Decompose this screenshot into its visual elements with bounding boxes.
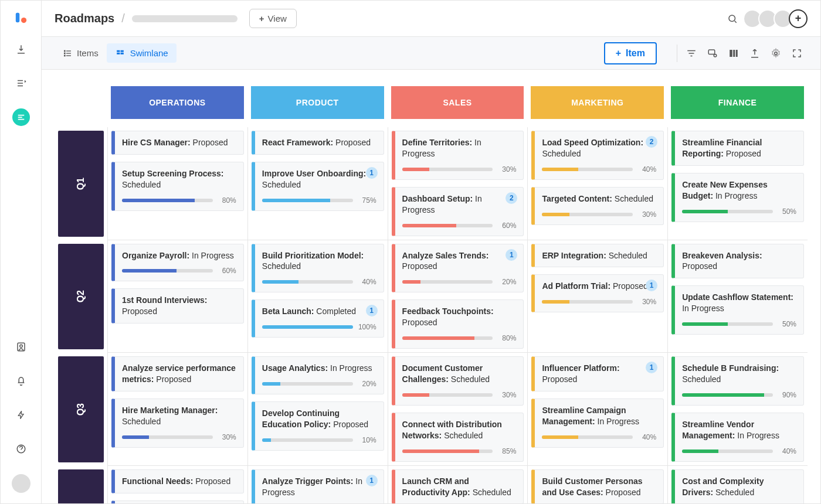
svg-point-21 xyxy=(775,52,778,55)
roadmap-icon[interactable] xyxy=(12,108,30,126)
progress-percent: 40% xyxy=(637,433,656,441)
card[interactable]: Organize Payroll: In Progress60% xyxy=(111,244,244,282)
card[interactable]: Usage Analytics: In Progress20% xyxy=(252,356,384,394)
help-icon[interactable] xyxy=(12,440,30,458)
swimlane-cell: Document Customer Challenges: Scheduled3… xyxy=(388,353,528,466)
tab-items[interactable]: Items xyxy=(55,43,107,63)
add-user-button[interactable]: + xyxy=(789,9,808,28)
svg-rect-20 xyxy=(736,50,738,57)
card[interactable]: Functional Needs: Proposed xyxy=(111,469,244,493)
svg-rect-13 xyxy=(120,50,123,52)
bolt-icon[interactable] xyxy=(12,406,30,424)
card[interactable]: Develop Continuing Education Policy: Pro… xyxy=(252,401,384,451)
roadmap-name-placeholder[interactable] xyxy=(132,15,238,22)
bell-icon[interactable] xyxy=(12,372,30,390)
card[interactable]: Build Prioritization Model: Scheduled40% xyxy=(252,244,384,293)
card[interactable]: Improve User Onboarding: Scheduled175% xyxy=(252,162,384,211)
progress-percent: 20% xyxy=(358,380,376,388)
progress-bar xyxy=(542,168,633,171)
progress-row: 40% xyxy=(262,278,376,286)
column-header-fin[interactable]: FINANCE xyxy=(671,86,804,119)
progress-row: 30% xyxy=(542,210,656,219)
card-title: Breakeven Analysis: Proposed xyxy=(682,250,796,273)
card[interactable]: Analyze Sales Trends: Proposed120% xyxy=(392,244,524,293)
search-icon[interactable] xyxy=(723,9,742,28)
card-title: Analyze Trigger Points: In Progress xyxy=(262,476,376,498)
column-header-sales[interactable]: SALES xyxy=(391,86,524,119)
row-header[interactable]: Q2 xyxy=(58,244,104,350)
card[interactable]: Update Cashflow Statement: In Progress50… xyxy=(671,285,804,335)
card[interactable]: Analyze service performance metrics: Pro… xyxy=(111,356,244,391)
card[interactable]: Setup Screening Process: Scheduled80% xyxy=(111,162,244,211)
swimlane-cell: Hire CS Manager: ProposedSetup Screening… xyxy=(107,127,247,240)
card[interactable]: Document Customer Challenges: Scheduled3… xyxy=(392,356,524,406)
swimlane-cell: Build Customer Personas and Use Cases: P… xyxy=(527,466,667,503)
swimlane-cell: Usage Analytics: In Progress20%Develop C… xyxy=(247,353,388,466)
column-header-prod[interactable]: PRODUCT xyxy=(251,86,384,119)
progress-percent: 75% xyxy=(358,196,376,205)
progress-percent: 100% xyxy=(358,323,376,331)
progress-percent: 60% xyxy=(497,222,516,230)
card[interactable]: Analyze Trigger Points: In Progress150% xyxy=(252,469,384,503)
column-header-ops[interactable]: OPERATIONS xyxy=(111,86,244,119)
card[interactable]: Ad Platform Trial: Proposed130% xyxy=(531,274,664,312)
progress-bar xyxy=(262,280,353,284)
link-icon[interactable] xyxy=(702,43,723,64)
column-header-mkt[interactable]: MARKETING xyxy=(531,86,664,119)
card[interactable]: Hire CS Manager: Proposed xyxy=(111,131,244,155)
card[interactable]: React Framework: Proposed xyxy=(252,131,384,155)
filter-icon[interactable] xyxy=(681,43,702,64)
fullscreen-icon[interactable] xyxy=(786,43,808,64)
card[interactable]: Feedback Touchpoints: Proposed80% xyxy=(392,299,524,349)
card-title: Define Territories: In Progress xyxy=(402,137,517,159)
card[interactable]: Hire Marketing Manager: Scheduled30% xyxy=(111,399,244,448)
card[interactable]: Create New Expenses Budget: In Progress5… xyxy=(671,173,804,222)
swimlane-cell: React Framework: ProposedImprove User On… xyxy=(247,127,388,240)
svg-rect-0 xyxy=(15,13,19,23)
plus-icon: + xyxy=(616,48,621,59)
progress-bar xyxy=(262,382,353,386)
columns-icon[interactable] xyxy=(723,43,744,64)
card[interactable]: Define Territories: In Progress30% xyxy=(392,131,524,180)
progress-bar xyxy=(262,438,353,442)
card[interactable]: ERP Integration: Scheduled xyxy=(531,244,664,268)
swimlane-cell: Streamline Financial Reporting: Proposed… xyxy=(667,127,808,240)
row-header[interactable]: Q1 xyxy=(58,131,104,237)
view-button[interactable]: +View xyxy=(249,9,297,28)
row-header[interactable]: Q4 xyxy=(58,469,104,503)
card[interactable]: Build Customer Personas and Use Cases: P… xyxy=(531,469,664,503)
card[interactable]: Dashboard Setup: In Progress260% xyxy=(392,187,524,236)
card-title: Cost and Complexity Drivers: Scheduled xyxy=(682,476,796,498)
card[interactable]: Load Speed Optimization: Scheduled240% xyxy=(531,131,664,180)
progress-row: 40% xyxy=(682,447,796,455)
card[interactable]: Formalize Onboarding: Proposed10% xyxy=(111,500,244,503)
card[interactable]: 1st Round Interviews: Proposed xyxy=(111,288,244,323)
card[interactable]: Streamline Vendor Management: In Progres… xyxy=(671,413,804,462)
card[interactable]: Influencer Platform: Proposed1 xyxy=(531,356,664,391)
svg-rect-12 xyxy=(117,50,120,52)
card[interactable]: Beta Launch: Completed1100% xyxy=(252,299,384,338)
progress-row: 30% xyxy=(402,391,517,399)
card[interactable]: Streamline Financial Reporting: Proposed xyxy=(671,131,804,166)
contacts-icon[interactable] xyxy=(12,338,30,356)
download-icon[interactable] xyxy=(12,40,30,58)
user-avatar[interactable] xyxy=(12,474,30,493)
svg-rect-10 xyxy=(66,53,71,53)
list-icon[interactable] xyxy=(12,74,30,92)
card[interactable]: Streamline Campaign Management: In Progr… xyxy=(531,399,664,448)
card[interactable]: Cost and Complexity Drivers: Scheduled30… xyxy=(671,469,804,503)
svg-rect-7 xyxy=(64,52,66,54)
card[interactable]: Targeted Content: Scheduled30% xyxy=(531,187,664,225)
card-title: Dashboard Setup: In Progress xyxy=(402,193,517,216)
add-item-button[interactable]: +Item xyxy=(604,42,657,64)
progress-bar xyxy=(542,213,633,216)
card[interactable]: Connect with Distribution Networks: Sche… xyxy=(392,413,524,462)
tab-swimlane[interactable]: Swimlane xyxy=(107,43,177,63)
row-header[interactable]: Q3 xyxy=(58,356,104,462)
card[interactable]: Launch CRM and Productivity App: Schedul… xyxy=(392,469,524,503)
card[interactable]: Breakeven Analysis: Proposed xyxy=(671,244,804,279)
gear-icon[interactable] xyxy=(765,43,786,64)
card[interactable]: Schedule B Fundraising: Scheduled90% xyxy=(671,356,804,406)
progress-percent: 85% xyxy=(497,447,516,455)
export-icon[interactable] xyxy=(744,43,765,64)
